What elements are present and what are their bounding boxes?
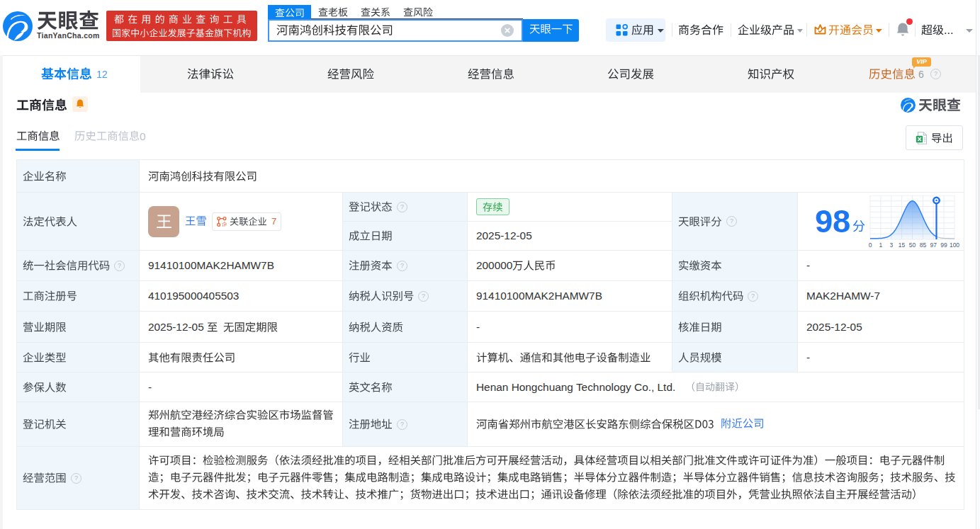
svg-text:99: 99 xyxy=(940,241,947,249)
svg-text:50: 50 xyxy=(909,241,916,249)
svg-text:0: 0 xyxy=(869,241,872,249)
svg-text:85: 85 xyxy=(920,241,927,249)
svg-text:97: 97 xyxy=(930,241,937,249)
svg-text:100: 100 xyxy=(950,241,959,249)
svg-text:3: 3 xyxy=(889,241,893,249)
svg-text:15: 15 xyxy=(899,241,906,249)
svg-text:1: 1 xyxy=(879,241,883,249)
